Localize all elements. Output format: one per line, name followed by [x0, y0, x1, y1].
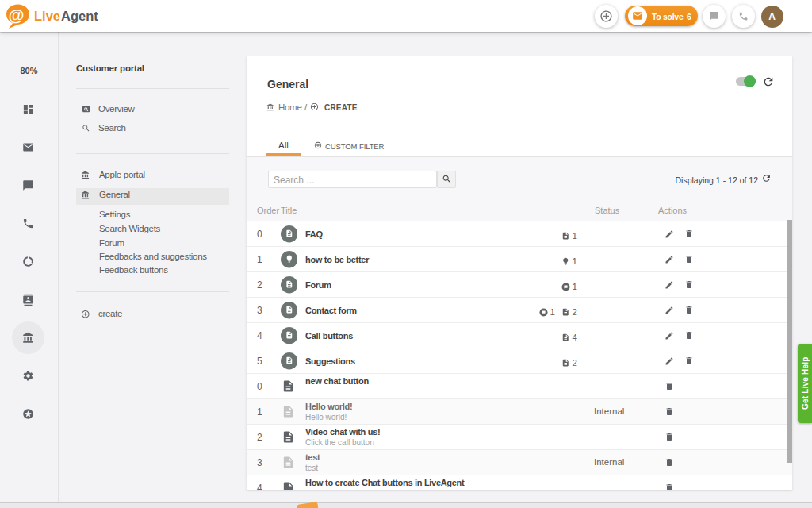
svg-text:@: @ — [9, 6, 25, 24]
svg-text:Live: Live — [34, 9, 60, 23]
svg-text:Agent: Agent — [61, 9, 98, 23]
